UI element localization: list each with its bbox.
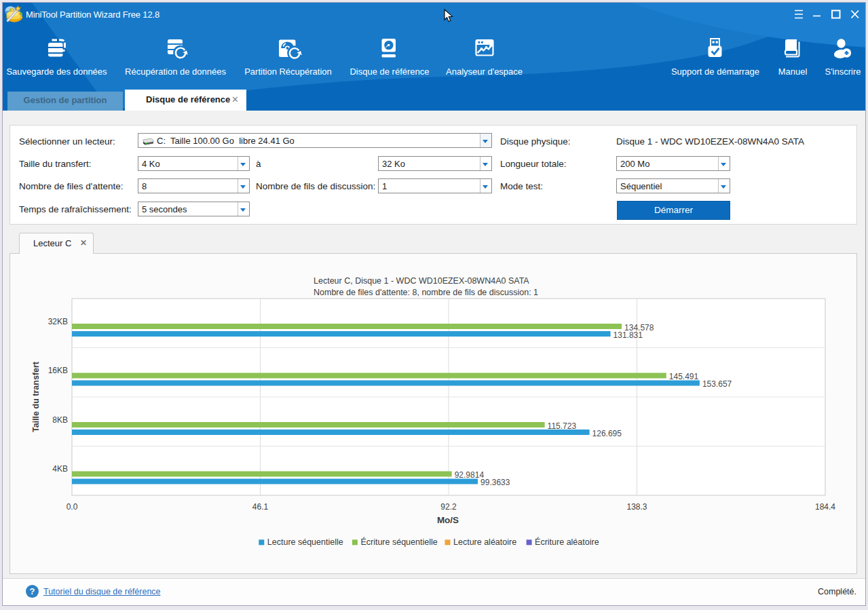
svg-text:8KB: 8KB <box>52 415 68 425</box>
svg-text:32KB: 32KB <box>48 317 68 326</box>
svg-text:99.3633: 99.3633 <box>480 478 510 487</box>
svg-text:92.9814: 92.9814 <box>455 470 485 480</box>
svg-text:Taille du transfert: Taille du transfert <box>31 361 41 432</box>
svg-text:Lecteur C, Disque 1 - WDC WD10: Lecteur C, Disque 1 - WDC WD10EZEX-08WN4… <box>314 276 529 286</box>
svg-text:16KB: 16KB <box>48 366 68 375</box>
svg-text:Lecture séquentielle: Lecture séquentielle <box>267 537 343 547</box>
svg-text:92.2: 92.2 <box>440 502 457 512</box>
svg-text:Mo/S: Mo/S <box>437 515 459 525</box>
svg-text:126.695: 126.695 <box>592 429 622 438</box>
svg-text:46.1: 46.1 <box>252 502 269 512</box>
svg-text:Lecture aléatoire: Lecture aléatoire <box>453 537 516 547</box>
svg-text:138.3: 138.3 <box>626 502 647 512</box>
svg-text:131.831: 131.831 <box>614 330 643 340</box>
svg-text:Écriture séquentielle: Écriture séquentielle <box>360 537 437 547</box>
svg-text:115.723: 115.723 <box>548 421 577 431</box>
svg-text:Nombre de files d'attente: 8,: Nombre de files d'attente: 8, nombre de … <box>314 288 538 297</box>
svg-text:153.657: 153.657 <box>702 379 732 389</box>
svg-text:0.0: 0.0 <box>67 502 78 512</box>
svg-text:4KB: 4KB <box>52 464 68 474</box>
svg-text:Écriture aléatoire: Écriture aléatoire <box>535 537 599 547</box>
svg-text:145.491: 145.491 <box>669 372 699 381</box>
svg-text:184.4: 184.4 <box>815 502 835 512</box>
